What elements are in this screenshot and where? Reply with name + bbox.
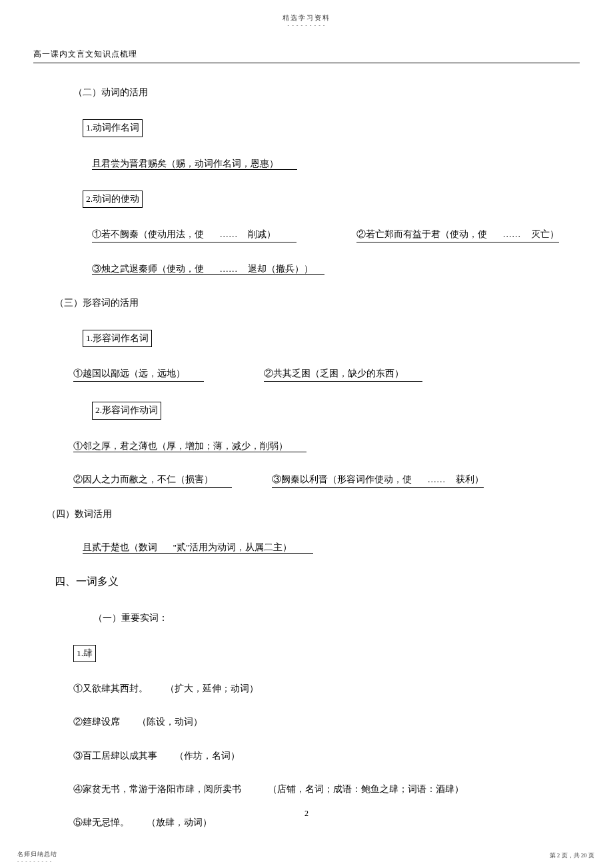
- ex-caus-3: ③烛之武退秦师（使动，使 …… 退却（撤兵））: [92, 264, 324, 275]
- box-adj-as-noun: 1.形容词作名词: [83, 330, 152, 347]
- pad: [185, 368, 204, 378]
- t: ③阙秦以利晋（形容词作使动，使: [272, 474, 412, 484]
- page-number: 2: [0, 809, 613, 819]
- pad: [213, 474, 232, 484]
- sub-important-words: （一）重要实词：: [93, 612, 573, 625]
- si-4b: （店铺，名词；成语：鲍鱼之肆；词语：酒肆）: [268, 783, 464, 796]
- footer-left: 名师归纳总结: [17, 850, 57, 859]
- content-area: （二）动词的活用 1.动词作名词 且君尝为晋君赐矣（赐，动词作名词，恩惠） 2.…: [33, 86, 580, 829]
- t: 灭亡）: [531, 229, 559, 239]
- t: 削减）: [248, 229, 276, 239]
- section-4-title: （四）数词活用: [47, 508, 573, 521]
- dots: ……: [427, 474, 445, 484]
- heading-polysemy: 四、一词多义: [55, 575, 573, 589]
- ex-verb-noun: 且君尝为晋君赐矣（赐，动词作名词，恩惠）: [92, 159, 297, 170]
- t: ②因人之力而敝之，不仁（损害）: [73, 474, 213, 484]
- t: 获利）: [456, 474, 484, 484]
- si-2a: ②筵肆设席: [73, 715, 120, 729]
- t: ②共其乏困（乏困，缺少的东西）: [264, 368, 404, 378]
- box-si: 1.肆: [73, 645, 96, 662]
- si-1a: ①又欲肆其西封。: [73, 682, 148, 695]
- si-3b: （作坊，名词）: [175, 749, 240, 763]
- ex-caus-2: ②若亡郑而有益于君（使动，使 …… 灭亡）: [356, 228, 559, 242]
- ex-num: 且贰于楚也（数词 "贰"活用为动词，从属二主）: [83, 542, 313, 554]
- footer-left-dashes: - - - - - - - - -: [17, 859, 52, 864]
- si-2b: （陈设，动词）: [137, 715, 203, 729]
- t: "贰"活用为动词，从属二主）: [173, 542, 292, 552]
- dots: ……: [219, 264, 237, 274]
- document-title: 高一课内文言文知识点梳理: [33, 49, 580, 63]
- t: ③烛之武退秦师（使动，使: [92, 264, 204, 274]
- pad: [295, 542, 313, 552]
- si-1b: （扩大，延伸；动词）: [165, 682, 259, 695]
- box-verb-causative: 2.动词的使动: [83, 191, 143, 208]
- section-2-title: （二）动词的活用: [73, 86, 573, 99]
- dots: ……: [219, 229, 237, 239]
- box-adj-as-verb: 2.形容词作动词: [92, 402, 161, 419]
- t: ①若不阙秦（使动用法，使: [92, 229, 204, 239]
- page-header-title: 精选学习资料: [33, 13, 580, 23]
- ex-adj-verb-2: ②因人之力而敝之，不仁（损害）: [73, 473, 232, 488]
- ex-adj-verb-1: ①邻之厚，君之薄也（厚，增加；薄，减少，削弱）: [73, 441, 306, 452]
- t: ①邻之厚，君之薄也（厚，增加；薄，减少，削弱）: [73, 441, 288, 451]
- page-header-dashes: - - - - - - - - -: [33, 23, 580, 29]
- t: 退却（撤兵））: [248, 264, 313, 274]
- ex-text: 且君尝为晋君赐矣（赐，动词作名词，恩惠）: [92, 159, 279, 169]
- si-4a: ④家贫无书，常游于洛阳市肆，阅所卖书: [73, 783, 241, 796]
- pad: [315, 264, 324, 274]
- si-3a: ③百工居肆以成其事: [73, 749, 157, 763]
- pad: [404, 368, 422, 378]
- pad: [278, 229, 297, 239]
- t: ②若亡郑而有益于君（使动，使: [356, 229, 487, 239]
- footer-right: 第 2 页，共 20 页: [550, 851, 595, 860]
- ex-caus-1: ①若不阙秦（使动用法，使 …… 削减）: [92, 228, 297, 242]
- ex-adj-verb-3: ③阙秦以利晋（形容词作使动，使 …… 获利）: [272, 473, 484, 488]
- pad: [288, 441, 306, 451]
- ex-adj-noun-1: ①越国以鄙远（远，远地）: [73, 367, 204, 382]
- section-3-title: （三）形容词的活用: [55, 296, 573, 310]
- dots: ……: [503, 229, 521, 239]
- ex-adj-noun-2: ②共其乏困（乏困，缺少的东西）: [264, 367, 422, 382]
- t: ①越国以鄙远（远，远地）: [73, 368, 185, 378]
- pad: [279, 159, 297, 169]
- t: 且贰于楚也（数词: [83, 542, 157, 552]
- box-verb-as-noun: 1.动词作名词: [83, 119, 143, 137]
